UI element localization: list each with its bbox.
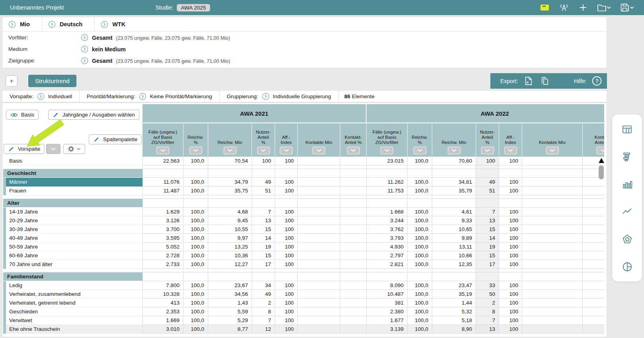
column-filter-dropdown[interactable]	[224, 147, 236, 154]
row-label[interactable]: 20-29 Jahre	[3, 216, 142, 225]
line-chart-icon[interactable]	[621, 206, 633, 218]
column-filter-dropdown[interactable]	[381, 147, 393, 154]
row-label[interactable]	[3, 269, 142, 272]
column-filter-dropdown[interactable]	[597, 147, 604, 154]
column-filter-dropdown[interactable]	[481, 147, 494, 154]
scrollbar-thumb[interactable]	[599, 165, 604, 179]
table-cell	[476, 195, 499, 199]
table-cell	[298, 216, 340, 225]
help-icon[interactable]: ?	[591, 76, 602, 86]
table-cell: 100,0	[408, 316, 432, 325]
row-label[interactable]: 50-59 Jahre	[3, 243, 142, 251]
section-header-row[interactable]: Familienstand	[3, 272, 142, 281]
breadcrumb-chip-wtk[interactable]: WTK	[95, 17, 137, 31]
row-label[interactable]: Geschieden	[3, 307, 142, 316]
table-cell: 100,0	[183, 260, 208, 269]
row-label[interactable]: Ehe ohne Trauschein	[3, 325, 142, 334]
column-filter-dropdown[interactable]	[504, 147, 517, 154]
row-label[interactable]: Männer	[3, 178, 142, 186]
table-cell: 9,45	[208, 216, 252, 225]
bar-chart-vertical-icon[interactable]	[621, 178, 633, 190]
study-chip[interactable]: AWA 2025	[177, 4, 211, 12]
table-cell: 100,0	[183, 290, 208, 299]
tab-strukturtrend[interactable]: Strukturtrend	[28, 75, 76, 87]
setting-gruppierung[interactable]: Gruppierung:Individuelle Gruppierung	[220, 91, 339, 102]
column-filter-dropdown[interactable]	[156, 147, 169, 154]
vorspalte-dropdown-button[interactable]	[46, 144, 60, 154]
table-cell: 10,55	[208, 225, 252, 234]
export-label: Export:	[500, 78, 518, 84]
note-icon[interactable]	[540, 4, 549, 12]
column-filter-dropdown[interactable]	[414, 147, 426, 154]
chevron-down-icon	[507, 149, 513, 152]
table-cell	[583, 243, 604, 251]
add-tab-button[interactable]: +	[6, 76, 18, 87]
section-header-row[interactable]: Alter	[3, 199, 142, 208]
column-filter-dropdown[interactable]	[280, 147, 293, 154]
setting-label: Vorspalte:	[10, 93, 33, 99]
column-filter-dropdown[interactable]	[189, 147, 202, 154]
radar-chart-icon[interactable]	[621, 233, 633, 245]
section-header-row[interactable]: Geschlecht	[3, 169, 142, 178]
row-label[interactable]: Verheiratet, zusammenlebend	[3, 290, 142, 299]
column-filter-dropdown[interactable]	[448, 147, 461, 154]
plus-icon[interactable]	[579, 3, 587, 12]
table-cell: 100,0	[408, 208, 432, 216]
export-copy-icon[interactable]	[540, 76, 550, 86]
spaltenpalette-button[interactable]: Spaltenpalette	[89, 134, 142, 144]
antenna-icon[interactable]	[559, 3, 569, 12]
filter-row-zielgruppe[interactable]: Zielgruppe:Gesamt (23.075 ungew. Fälle, …	[2, 55, 607, 66]
table-cell	[298, 251, 340, 260]
bar-chart-horizontal-icon[interactable]	[621, 151, 633, 163]
row-label[interactable]: Basis	[3, 157, 142, 165]
filter-row-vorfilter[interactable]: Vorfilter:Gesamt (23.075 ungew. Fälle, 2…	[2, 32, 607, 43]
chevron-circle-icon	[37, 93, 45, 100]
column-filter-dropdown[interactable]	[312, 147, 325, 154]
table-cell	[522, 186, 583, 195]
column-filter-dropdown[interactable]	[347, 147, 360, 154]
row-label[interactable]: 70 Jahre und älter	[3, 260, 142, 269]
jahrgaenge-ausgaben-button[interactable]: Jahrgänge / Ausgaben wählen	[48, 110, 139, 120]
pie-chart-icon[interactable]	[621, 261, 633, 273]
breadcrumb-chip-deutsch[interactable]: Deutsch	[42, 17, 95, 31]
chevron-down-icon	[227, 149, 233, 152]
table-cell	[522, 243, 583, 251]
row-label[interactable]: Verheiratet, getrennt lebend	[3, 299, 142, 307]
row-label[interactable]: 40-49 Jahre	[3, 234, 142, 243]
vorspalte-settings-button[interactable]	[63, 144, 85, 154]
column-filter-dropdown[interactable]	[257, 147, 270, 154]
table-cell	[367, 165, 408, 169]
table-scrollbar[interactable]	[598, 158, 604, 179]
export-excel-icon[interactable]: x	[524, 76, 534, 86]
breadcrumb-chip-mio[interactable]: Mio	[2, 17, 42, 31]
table-cell: 100,0	[183, 216, 208, 225]
vorspalte-button[interactable]: Vorspalte	[4, 144, 45, 154]
setting-prioritätmarkierung[interactable]: Priorität/Markierung:Keine Priorität/Mar…	[80, 91, 220, 102]
table-cell: 100,0	[183, 325, 208, 334]
basis-button[interactable]: Basis	[6, 110, 39, 120]
table-cell: 5,59	[208, 307, 252, 316]
table-cell	[142, 165, 183, 169]
table-cell	[367, 272, 408, 281]
column-filter-dropdown[interactable]	[546, 147, 559, 154]
row-label[interactable]	[3, 195, 142, 199]
row-label[interactable]: Frauen	[3, 186, 142, 195]
row-label[interactable]: Ledig	[3, 281, 142, 290]
filter-row-medium[interactable]: Mediumkein Medium	[2, 43, 607, 55]
row-label[interactable]: 60-69 Jahre	[3, 251, 142, 260]
table-cell	[208, 165, 252, 169]
row-label[interactable]: 30-39 Jahre	[3, 225, 142, 234]
table-cell: 12,35	[432, 260, 476, 269]
table-cell	[142, 195, 183, 199]
chevron-down-icon	[417, 149, 423, 152]
folder-icon[interactable]	[597, 3, 611, 12]
table-cell: 100	[275, 243, 298, 251]
row-label[interactable]	[3, 165, 142, 169]
layout-table-icon[interactable]	[621, 123, 633, 135]
row-label[interactable]: 14-19 Jahre	[3, 208, 142, 216]
save-icon[interactable]	[620, 3, 634, 12]
row-label[interactable]: Verwitwet	[3, 316, 142, 325]
table-cell	[298, 225, 340, 234]
scroll-up-arrow-icon[interactable]	[599, 158, 604, 163]
setting-vorspalte[interactable]: Vorspalte:Individuell	[2, 91, 80, 102]
